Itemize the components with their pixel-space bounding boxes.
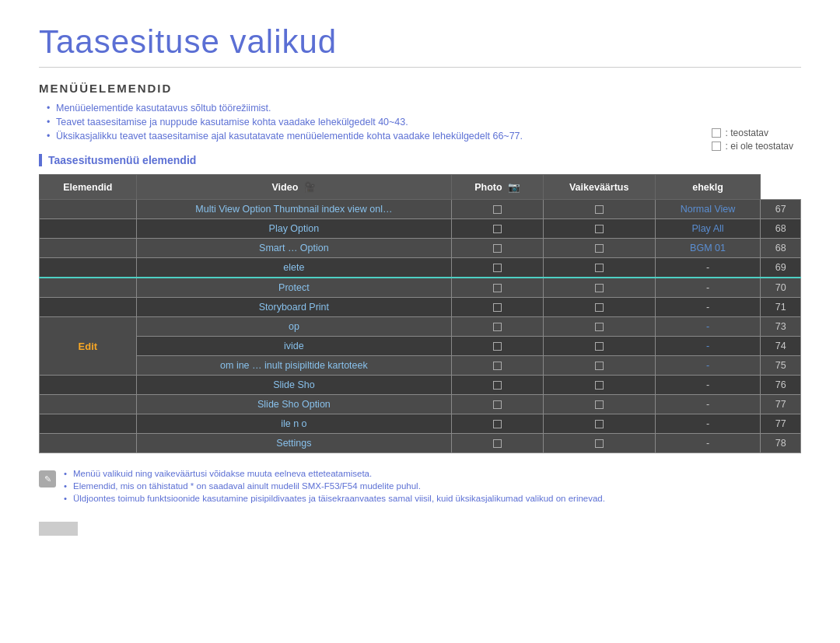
- table-row-name: Slide Sho: [136, 376, 452, 395]
- table-row-page: 68: [761, 239, 801, 258]
- table-row-page: 73: [761, 317, 801, 337]
- table-row-photo: [543, 337, 655, 356]
- legend-inactive-box: [712, 142, 721, 151]
- table-row-default: -: [655, 356, 761, 376]
- table-row-name: ile n o: [136, 414, 452, 434]
- legend-inactive: : ei ole teostatav: [712, 141, 793, 152]
- empty-edit-col: [40, 239, 137, 258]
- legend-inactive-label: : ei ole teostatav: [726, 141, 793, 152]
- table-row-default: -: [655, 376, 761, 395]
- table-row-page: 69: [761, 258, 801, 278]
- table-row-name: Storyboard Print: [136, 298, 452, 317]
- empty-edit-col: [40, 434, 137, 453]
- table-row-page: 78: [761, 434, 801, 453]
- table-row-page: 76: [761, 376, 801, 395]
- table-row-page: 70: [761, 278, 801, 298]
- table-row-video: [452, 258, 543, 278]
- table-row-photo: [543, 414, 655, 434]
- table-row-video: [452, 356, 543, 376]
- table-row-default: Play All: [655, 219, 761, 239]
- table-row-page: 77: [761, 414, 801, 434]
- table-row-name: elete: [136, 258, 452, 278]
- table-row-name: ivide: [136, 337, 452, 356]
- table-row-photo: [543, 395, 655, 414]
- bullet-2: Teavet taasesitamise ja nuppude kasutami…: [47, 117, 801, 128]
- col-header-elements: Elemendid: [40, 175, 137, 200]
- table-row-name: Settings: [136, 434, 452, 453]
- table-row-default: -: [655, 258, 761, 278]
- table-row-video: [452, 395, 543, 414]
- col-header-video: Video 🎥: [136, 175, 452, 200]
- table-row-video: [452, 317, 543, 337]
- subsection-heading: Taasesitusmenüü elemendid: [39, 154, 801, 166]
- table-row-name: Slide Sho Option: [136, 395, 452, 414]
- title-divider: [39, 67, 801, 68]
- table-row-default: -: [655, 414, 761, 434]
- col-header-default: Vaikeväärtus: [543, 175, 655, 200]
- section-heading: MENÜÜELEMENDID: [39, 82, 801, 95]
- table-row-video: [452, 337, 543, 356]
- table-row-photo: [543, 239, 655, 258]
- table-row-name: op: [136, 317, 452, 337]
- table-row-photo: [543, 219, 655, 239]
- table-row-default: -: [655, 298, 761, 317]
- bullet-1: Menüüelementide kasutatavus sõltub tööre…: [47, 103, 801, 114]
- footnote-area: ✎ Menüü valikuid ning vaikeväärtusi võid…: [39, 469, 801, 506]
- table-row-default: Normal View: [655, 200, 761, 219]
- empty-edit-col: [40, 219, 137, 239]
- table-row-default: BGM 01: [655, 239, 761, 258]
- table-row-video: [452, 219, 543, 239]
- table-row-photo: [543, 356, 655, 376]
- table-row-video: [452, 434, 543, 453]
- table-row-page: 75: [761, 356, 801, 376]
- table-row-photo: [543, 278, 655, 298]
- bottom-bar: [39, 522, 78, 536]
- empty-edit-col: [40, 298, 137, 317]
- footnote-icon: ✎: [39, 470, 56, 487]
- empty-edit-col: [40, 414, 137, 434]
- table-row-page: 77: [761, 395, 801, 414]
- empty-edit-col: [40, 200, 137, 219]
- footnote-3: Üldjoontes toimub funktsioonide kasutami…: [64, 494, 605, 503]
- table-row-page: 67: [761, 200, 801, 219]
- empty-edit-col: [40, 278, 137, 298]
- table-row-video: [452, 200, 543, 219]
- empty-edit-col: [40, 395, 137, 414]
- table-row-photo: [543, 258, 655, 278]
- table-row-photo: [543, 434, 655, 453]
- page-title: Taasesituse valikud: [39, 23, 801, 61]
- footnote-2: Elemendid, mis on tähistatud * on saadav…: [64, 481, 605, 491]
- table-row-default: -: [655, 434, 761, 453]
- table-row-video: [452, 376, 543, 395]
- empty-edit-col: [40, 376, 137, 395]
- footnote-list: Menüü valikuid ning vaikeväärtusi võidak…: [64, 469, 605, 506]
- table-row-photo: [543, 317, 655, 337]
- table-row-photo: [543, 376, 655, 395]
- table-row-name: Play Option: [136, 219, 452, 239]
- menu-table: Elemendid Video 🎥 Photo 📷 Vaikeväärtus e…: [39, 174, 801, 453]
- col-header-photo: Photo 📷: [452, 175, 543, 200]
- table-row-default: -: [655, 337, 761, 356]
- table-row-photo: [543, 298, 655, 317]
- table-row-name: om ine … inult pisipiltide kartoteek: [136, 356, 452, 376]
- table-row-photo: [543, 200, 655, 219]
- table-row-default: -: [655, 395, 761, 414]
- col-header-page: eheklg: [655, 175, 761, 200]
- edit-label-cell: Edit: [40, 317, 137, 376]
- table-row-video: [452, 298, 543, 317]
- footnote-1: Menüü valikuid ning vaikeväärtusi võidak…: [64, 469, 605, 478]
- table-row-video: [452, 278, 543, 298]
- bullet-3: Üksikasjalikku teavet taasesitamise ajal…: [47, 131, 801, 142]
- table-row-name: Smart … Option: [136, 239, 452, 258]
- table-row-page: 71: [761, 298, 801, 317]
- empty-edit-col: [40, 258, 137, 278]
- table-row-name: Protect: [136, 278, 452, 298]
- table-row-page: 68: [761, 219, 801, 239]
- table-row-name: Multi View Option Thumbnail index view o…: [136, 200, 452, 219]
- table-row-default: -: [655, 278, 761, 298]
- table-row-page: 74: [761, 337, 801, 356]
- table-row-video: [452, 414, 543, 434]
- table-row-default: -: [655, 317, 761, 337]
- intro-bullet-list: Menüüelementide kasutatavus sõltub tööre…: [47, 103, 801, 142]
- table-row-video: [452, 239, 543, 258]
